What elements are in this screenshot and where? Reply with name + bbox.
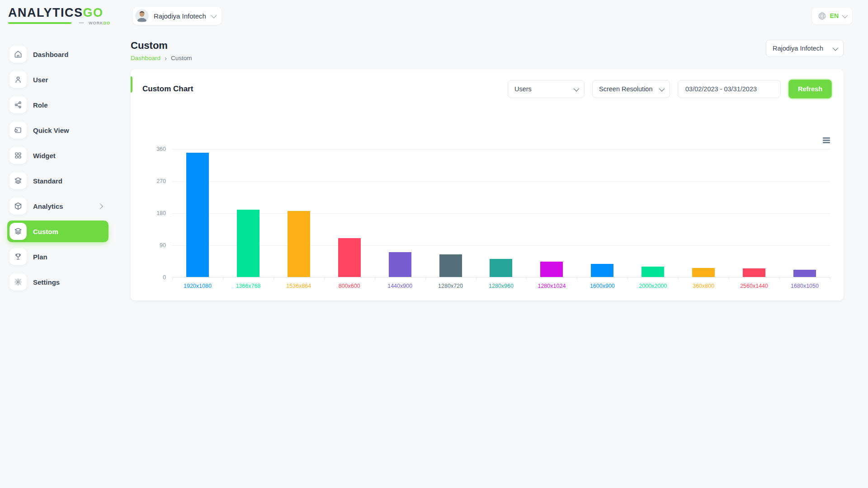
bar-slot bbox=[577, 149, 627, 277]
x-axis-category-label: 360x800 bbox=[678, 283, 729, 289]
sidebar-item-label: Plan bbox=[33, 253, 47, 261]
layers-icon bbox=[14, 177, 22, 185]
bar-1440x900[interactable] bbox=[389, 252, 411, 277]
logo-underline bbox=[8, 22, 71, 24]
company-filter-select[interactable]: Rajodiya Infotech bbox=[766, 40, 844, 57]
bar-360x800[interactable] bbox=[692, 268, 715, 277]
sidebar-item-standard[interactable]: Standard bbox=[7, 170, 108, 192]
chevron-down-icon bbox=[833, 45, 839, 51]
bar-800x600[interactable] bbox=[338, 238, 361, 277]
x-axis-category-label: 1366x768 bbox=[223, 283, 274, 289]
logo-wordmark: ANALYTICSGO bbox=[8, 7, 110, 19]
sidebar-item-widget[interactable]: Widget bbox=[7, 145, 108, 166]
sidebar-item-user[interactable]: User bbox=[7, 69, 108, 90]
refresh-button[interactable]: Refresh bbox=[788, 80, 832, 99]
bar-1280x720[interactable] bbox=[439, 254, 462, 277]
bar-slot bbox=[223, 149, 274, 277]
bar-1536x864[interactable] bbox=[288, 211, 310, 277]
x-axis-category-label: 1600x900 bbox=[577, 283, 627, 289]
bar-2000x2000[interactable] bbox=[642, 267, 664, 277]
language-selector[interactable]: EN bbox=[812, 8, 852, 24]
x-axis-tick bbox=[223, 277, 223, 280]
cube-icon bbox=[14, 202, 22, 210]
page-title: Custom bbox=[131, 40, 192, 52]
bar-slot bbox=[779, 149, 830, 277]
bar-1600x900[interactable] bbox=[591, 264, 613, 277]
chevron-down-icon bbox=[211, 12, 217, 18]
bar-1280x1024[interactable] bbox=[540, 262, 563, 277]
bar-slot bbox=[678, 149, 729, 277]
x-axis-tick bbox=[375, 277, 375, 280]
sidebar-item-label: Custom bbox=[33, 228, 58, 235]
card-title: Custom Chart bbox=[142, 84, 193, 94]
gear-icon bbox=[14, 278, 22, 286]
layers-icon bbox=[14, 227, 22, 235]
y-axis-tick-label: 270 bbox=[156, 178, 166, 184]
bar-slot bbox=[526, 149, 577, 277]
x-axis-tick bbox=[172, 277, 173, 280]
date-range-input[interactable] bbox=[678, 80, 781, 98]
bar-1680x1050[interactable] bbox=[793, 270, 816, 277]
sidebar-item-plan[interactable]: Plan bbox=[7, 246, 108, 267]
x-axis-tick bbox=[577, 277, 577, 280]
breadcrumb-separator: › bbox=[165, 55, 167, 61]
company-switcher[interactable]: Rajodiya Infotech bbox=[133, 7, 222, 25]
x-axis-category-label: 1680x1050 bbox=[779, 283, 830, 289]
bar-slot bbox=[274, 149, 324, 277]
sidebar-item-label: Widget bbox=[33, 152, 56, 160]
x-axis-tick bbox=[324, 277, 325, 280]
bar-1280x960[interactable] bbox=[490, 259, 512, 277]
bar-1366x768[interactable] bbox=[237, 210, 259, 277]
x-axis-tick bbox=[476, 277, 476, 280]
topbar: ANALYTICSGO WORKDO Rajodiya Infotech EN bbox=[0, 0, 868, 32]
widget-icon bbox=[14, 151, 22, 160]
sidebar-item-label: Dashboard bbox=[33, 51, 68, 58]
x-axis-category-label: 1280x720 bbox=[425, 283, 476, 289]
x-axis-tick bbox=[627, 277, 628, 280]
breadcrumb: Dashboard › Custom bbox=[131, 55, 192, 61]
chevron-down-icon bbox=[574, 85, 580, 91]
logo-workdo-label: WORKDO bbox=[89, 21, 110, 25]
trophy-icon bbox=[14, 253, 22, 261]
breadcrumb-dashboard-link[interactable]: Dashboard bbox=[131, 55, 160, 61]
sidebar-item-label: Quick View bbox=[33, 127, 69, 134]
x-axis-tick bbox=[678, 277, 679, 280]
sidebar-item-label: User bbox=[33, 76, 48, 84]
language-code: EN bbox=[830, 12, 839, 19]
x-axis-tick bbox=[729, 277, 729, 280]
sidebar-item-settings[interactable]: Settings bbox=[7, 271, 108, 293]
x-axis-category-label: 1280x1024 bbox=[526, 283, 577, 289]
sidebar-item-analytics[interactable]: Analytics bbox=[7, 195, 108, 217]
x-axis-tick bbox=[830, 277, 830, 280]
bar-slot bbox=[425, 149, 476, 277]
metric-select[interactable]: Users bbox=[508, 80, 585, 98]
avatar bbox=[135, 9, 149, 23]
bar-slot bbox=[172, 149, 223, 277]
sidebar-item-label: Role bbox=[33, 101, 48, 109]
x-axis-tick bbox=[274, 277, 274, 280]
x-axis-category-label: 1536x864 bbox=[274, 283, 324, 289]
app-logo[interactable]: ANALYTICSGO WORKDO bbox=[8, 7, 110, 25]
dimension-select[interactable]: Screen Resolution bbox=[592, 80, 670, 98]
quick-view-icon bbox=[14, 126, 22, 134]
x-axis-tick bbox=[425, 277, 426, 280]
x-axis-category-label: 1280x960 bbox=[476, 283, 527, 289]
chart-menu-icon[interactable] bbox=[823, 137, 830, 144]
sidebar-item-label: Analytics bbox=[33, 202, 63, 210]
sidebar-item-label: Settings bbox=[33, 278, 60, 286]
sidebar-item-dashboard[interactable]: Dashboard bbox=[7, 43, 108, 65]
y-axis-tick-label: 0 bbox=[163, 274, 166, 281]
bar-868x488[interactable] bbox=[186, 153, 209, 277]
sidebar-item-quick-view[interactable]: Quick View bbox=[7, 119, 108, 141]
sidebar-item-role[interactable]: Role bbox=[7, 94, 108, 116]
home-icon bbox=[14, 50, 22, 58]
bars bbox=[172, 149, 830, 277]
bar-chart: 360270180900 1920x10801366x7681536x86480… bbox=[131, 103, 844, 289]
bar-2560x1440[interactable] bbox=[743, 268, 765, 277]
breadcrumb-current: Custom bbox=[171, 55, 192, 61]
y-axis-tick-label: 180 bbox=[156, 210, 166, 216]
bar-slot bbox=[627, 149, 678, 277]
chart-x-labels: 1920x10801366x7681536x864800x6001440x900… bbox=[172, 283, 830, 289]
sidebar-item-custom[interactable]: Custom bbox=[7, 221, 108, 242]
sidebar: Dashboard User Role Quick View Widget St… bbox=[0, 32, 111, 296]
